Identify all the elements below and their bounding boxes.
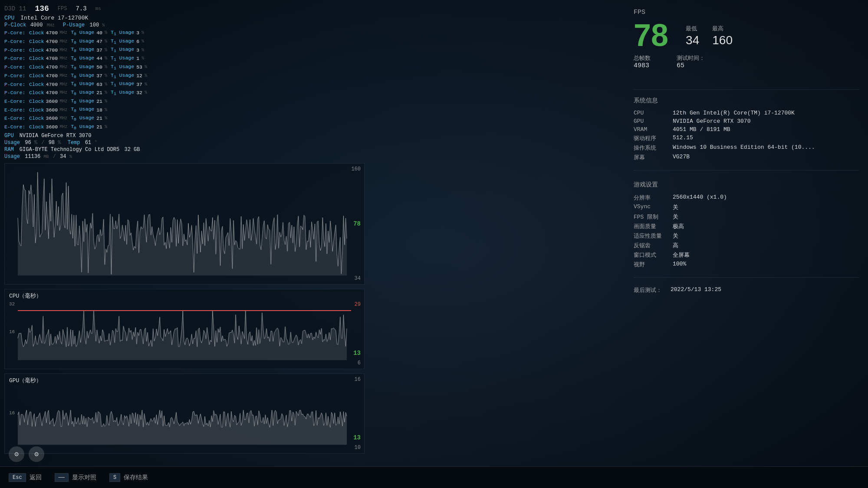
system-info-table: CPU 12th Gen Intel(R) Core(TM) i7-12700K… bbox=[634, 110, 859, 161]
test-time-label: 测试时间： bbox=[677, 54, 705, 62]
test-time-item: 测试时间： 65 bbox=[677, 54, 705, 69]
display-hotkey[interactable]: —— 显示对照 bbox=[55, 473, 96, 482]
gpu-scale-10: 10 bbox=[355, 445, 361, 451]
fps-min-val: 34 bbox=[686, 33, 699, 47]
top-bar: D3D 11 136 FPS 7.3 ms bbox=[4, 4, 365, 13]
fps-stats: 最低 34 最高 160 bbox=[686, 25, 733, 47]
system-info-section: 系统信息 CPU 12th Gen Intel(R) Core(TM) i7-1… bbox=[634, 97, 859, 163]
display-key: —— bbox=[55, 473, 69, 482]
core-row-3: P-Core:Clock4700MHzT0 Usage44%T1 Usage1% bbox=[4, 55, 365, 63]
info-gpu-val: NVIDIA GeForce RTX 3070 bbox=[673, 118, 859, 124]
fps-max-label: 最高 bbox=[712, 25, 733, 33]
game-icon-1: ⚙ bbox=[9, 446, 24, 462]
d3d-info: D3D 11 bbox=[4, 5, 26, 12]
divider-2 bbox=[634, 170, 859, 170]
left-panel: D3D 11 136 FPS 7.3 ms CPU Intel Core i7-… bbox=[0, 0, 365, 488]
setting-fov-val: 100% bbox=[673, 261, 859, 269]
test-time-val: 65 bbox=[677, 62, 705, 69]
game-settings-section: 游戏设置 分辨率 2560x1440 (x1.0) VSync 关 FPS 限制… bbox=[634, 181, 859, 270]
fps-scale-min: 34 bbox=[355, 275, 361, 282]
fps-scale-160: 160 bbox=[351, 166, 361, 172]
cpu-scale-13: 13 bbox=[353, 350, 361, 357]
setting-vsync-label: VSync bbox=[634, 203, 668, 211]
cpu-name: Intel Core i7-12700K bbox=[20, 15, 88, 21]
divider-3 bbox=[634, 277, 859, 278]
info-driver-label: 驱动程序 bbox=[634, 134, 668, 142]
total-frames-label: 总帧数 bbox=[634, 54, 651, 62]
cpu-canvas bbox=[5, 289, 364, 369]
fps-section-label: FPS bbox=[634, 9, 859, 16]
info-cpu-row: CPU 12th Gen Intel(R) Core(TM) i7-12700K bbox=[634, 110, 859, 116]
setting-adaptive-label: 适应性质量 bbox=[634, 232, 668, 240]
fps-main-value: 78 bbox=[634, 20, 668, 51]
core-row-4: P-Core:Clock4700MHzT0 Usage50%T1 Usage53… bbox=[4, 63, 365, 72]
fps-canvas bbox=[5, 164, 364, 284]
info-cpu-label: CPU bbox=[634, 110, 668, 116]
gpu-scale-16-mid: 16 bbox=[9, 410, 15, 416]
ram-usage-row: Usage 11136 MB / 34 % bbox=[4, 154, 365, 160]
setting-aa-row: 反锯齿 高 bbox=[634, 242, 859, 249]
system-info-title: 系统信息 bbox=[634, 97, 859, 105]
cpu-info: CPU Intel Core i7-12700K bbox=[4, 15, 365, 21]
info-gpu-label: GPU bbox=[634, 118, 668, 124]
cpu-scale-29: 29 bbox=[355, 301, 361, 308]
info-vram-row: VRAM 4051 MB / 8191 MB bbox=[634, 126, 859, 133]
setting-aa-val: 高 bbox=[673, 242, 859, 249]
fps-chart: 160 78 34 bbox=[4, 163, 365, 285]
cpu-left-32: 32 bbox=[9, 301, 15, 307]
esc-key: Esc bbox=[9, 473, 26, 482]
core-row-9: E-Core:Clock3600MHzT0 Usage18% bbox=[4, 106, 365, 114]
last-test-val: 2022/5/13 13:25 bbox=[671, 286, 859, 294]
game-icon-2: ⚙ bbox=[29, 446, 44, 462]
esc-label: 返回 bbox=[30, 474, 42, 481]
bottom-icons: ⚙ ⚙ bbox=[9, 446, 44, 462]
core-row-10: E-Core:Clock3600MHzT0 Usage21% bbox=[4, 115, 365, 123]
core-row-0: P-Core:Clock4700MHzT0 Usage40%T1 Usage3% bbox=[4, 29, 365, 37]
ms-unit: ms bbox=[95, 6, 101, 11]
gpu-canvas bbox=[5, 374, 364, 453]
core-row-2: P-Core:Clock4700MHzT0 Usage37%T1 Usage3% bbox=[4, 46, 365, 54]
info-driver-row: 驱动程序 512.15 bbox=[634, 134, 859, 142]
core-row-1: P-Core:Clock4700MHzT0 Usage47%T1 Usage6% bbox=[4, 38, 365, 46]
setting-fps-limit-label: FPS 限制 bbox=[634, 213, 668, 221]
info-vram-val: 4051 MB / 8191 MB bbox=[673, 126, 859, 133]
setting-fps-limit-row: FPS 限制 关 bbox=[634, 213, 859, 221]
fps-unit-topbar: FPS bbox=[58, 6, 67, 12]
gpu-scale-16-top: 16 bbox=[355, 377, 361, 383]
fps-row: 78 最低 34 最高 160 bbox=[634, 20, 859, 51]
save-hotkey[interactable]: S 保存结果 bbox=[109, 473, 148, 482]
game-settings-title: 游戏设置 bbox=[634, 181, 859, 189]
info-os-val: Windows 10 Business Edition 64-bit (10..… bbox=[673, 144, 859, 152]
setting-aa-label: 反锯齿 bbox=[634, 242, 668, 249]
core-rows: P-Core:Clock4700MHzT0 Usage40%T1 Usage3%… bbox=[4, 29, 365, 131]
setting-quality-val: 极高 bbox=[673, 223, 859, 230]
fps-max-item: 最高 160 bbox=[712, 25, 733, 47]
gpu-scale-13: 13 bbox=[353, 434, 361, 441]
last-test-label: 最后测试： bbox=[634, 286, 662, 294]
cpu-scale-6: 6 bbox=[358, 360, 361, 366]
setting-resolution-row: 分辨率 2560x1440 (x1.0) bbox=[634, 194, 859, 202]
setting-adaptive-row: 适应性质量 关 bbox=[634, 232, 859, 240]
p-clock-line: P-Clock 4000 MHz P-Usage 100 % bbox=[4, 22, 365, 28]
core-row-7: P-Core:Clock4700MHzT0 Usage21%T1 Usage32… bbox=[4, 89, 365, 97]
info-monitor-val: VG27B bbox=[673, 154, 859, 161]
save-key: S bbox=[109, 473, 120, 482]
current-fps-topbar: 136 bbox=[35, 4, 49, 13]
fps-total-row: 总帧数 4983 测试时间： 65 bbox=[634, 54, 859, 69]
core-row-8: E-Core:Clock3600MHzT0 Usage21% bbox=[4, 98, 365, 106]
gpu-row: GPU NVIDIA GeForce RTX 3070 bbox=[4, 133, 365, 139]
esc-hotkey[interactable]: Esc 返回 bbox=[9, 473, 42, 482]
setting-vsync-val: 关 bbox=[673, 203, 859, 211]
setting-fov-label: 视野 bbox=[634, 261, 668, 269]
divider-1 bbox=[634, 89, 859, 90]
setting-fov-row: 视野 100% bbox=[634, 261, 859, 269]
ms-value: 7.3 bbox=[76, 5, 86, 12]
setting-quality-row: 画面质量 极高 bbox=[634, 223, 859, 230]
core-row-11: E-Core:Clock3600MHzT0 Usage21% bbox=[4, 123, 365, 131]
cpu-chart-title: CPU（毫秒） bbox=[9, 292, 42, 300]
right-panel: FPS 78 最低 34 最高 160 总帧数 4983 bbox=[625, 0, 868, 488]
core-row-5: P-Core:Clock4700MHzT0 Usage37%T1 Usage12… bbox=[4, 72, 365, 80]
total-frames-item: 总帧数 4983 bbox=[634, 54, 651, 69]
fps-section: FPS 78 最低 34 最高 160 总帧数 4983 bbox=[634, 9, 859, 69]
gpu-chart-title: GPU（毫秒） bbox=[9, 377, 42, 384]
